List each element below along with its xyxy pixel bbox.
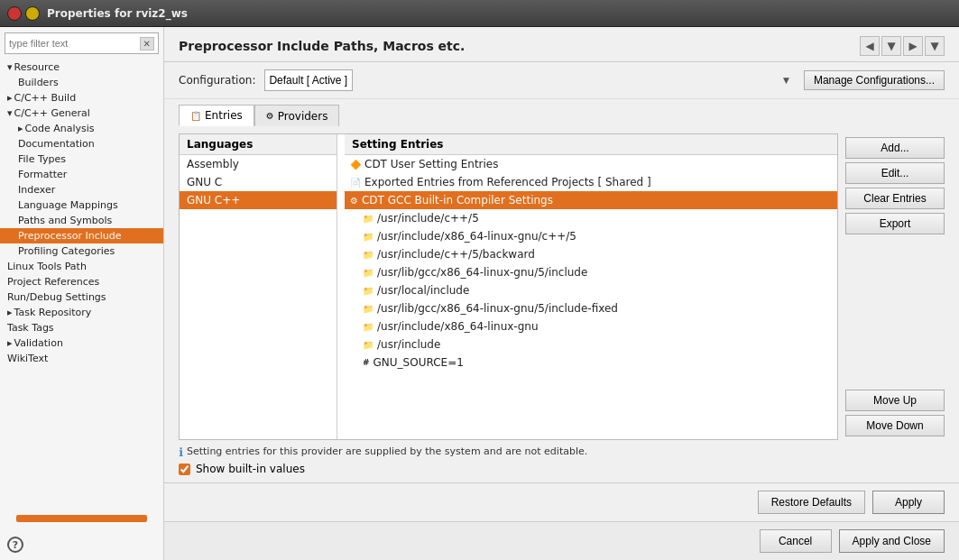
sidebar-accent-bar	[16, 515, 147, 522]
panel-header: Preprocessor Include Paths, Macros etc. …	[164, 27, 959, 62]
setting-item-path6[interactable]: 📁 /usr/lib/gcc/x86_64-linux-gnu/5/includ…	[345, 299, 837, 317]
sidebar-item-documentation[interactable]: Documentation	[0, 136, 163, 151]
nav-dropdown2-button[interactable]: ▼	[925, 36, 945, 56]
show-builtin-checkbox[interactable]	[179, 464, 190, 475]
tab-entries-label: Entries	[205, 109, 243, 122]
setting-icon: #	[363, 358, 370, 367]
nav-dropdown-button[interactable]: ▼	[881, 36, 901, 56]
panel-nav-icons: ◀ ▼ ▶ ▼	[860, 36, 945, 56]
sidebar-item-linux-tools-path[interactable]: Linux Tools Path	[0, 259, 163, 274]
sidebar-item-project-references[interactable]: Project References	[0, 274, 163, 289]
tab-providers[interactable]: ⚙ Providers	[254, 105, 340, 126]
bottom-bar: Restore Defaults Apply	[164, 482, 959, 521]
apply-and-close-button[interactable]: Apply and Close	[839, 529, 945, 553]
sidebar-item-paths-symbols[interactable]: Paths and Symbols	[0, 213, 163, 228]
setting-item-path5[interactable]: 📁 /usr/local/include	[345, 281, 837, 299]
setting-label: /usr/include/c++/5	[377, 212, 479, 225]
info-text: Setting entries for this provider are su…	[187, 445, 587, 457]
sidebar-item-validation[interactable]: ▸Validation	[0, 335, 163, 351]
sidebar-item-cpp-general[interactable]: ▾C/C++ General	[0, 106, 163, 121]
config-label: Configuration:	[179, 74, 255, 87]
show-builtin-label: Show built-in values	[196, 463, 305, 475]
nav-forward-button[interactable]: ▶	[903, 36, 923, 56]
config-select-wrapper: Default [ Active ]	[264, 69, 794, 91]
setting-icon: 📁	[363, 232, 373, 242]
sidebar-item-code-analysis[interactable]: ▸Code Analysis	[0, 121, 163, 136]
sidebar-item-language-mappings[interactable]: Language Mappings	[0, 197, 163, 213]
setting-item-cdt-gcc[interactable]: ⚙ CDT GCC Built-in Compiler Settings	[345, 191, 837, 209]
expand-icon: ▸	[18, 123, 23, 134]
sidebar-item-builders[interactable]: Builders	[0, 75, 163, 90]
sidebar-item-cpp-build[interactable]: ▸C/C++ Build	[0, 90, 163, 106]
window-title: Properties for rviz2_ws	[47, 7, 188, 20]
filter-clear-button[interactable]: ✕	[140, 37, 154, 50]
setting-icon: 📁	[363, 340, 373, 350]
sidebar-item-run-debug-settings[interactable]: Run/Debug Settings	[0, 289, 163, 305]
footer-bar: Cancel Apply and Close	[164, 521, 959, 560]
close-button[interactable]	[7, 6, 22, 21]
restore-defaults-button[interactable]: Restore Defaults	[758, 491, 865, 514]
setting-item-path7[interactable]: 📁 /usr/include/x86_64-linux-gnu	[345, 317, 837, 335]
manage-configurations-button[interactable]: Manage Configurations...	[804, 70, 945, 90]
setting-icon: 📁	[363, 304, 373, 314]
move-up-button[interactable]: Move Up	[845, 390, 945, 411]
setting-item-path4[interactable]: 📁 /usr/lib/gcc/x86_64-linux-gnu/5/includ…	[345, 263, 837, 281]
setting-item-path1[interactable]: 📁 /usr/include/c++/5	[345, 209, 837, 227]
edit-button[interactable]: Edit...	[845, 162, 945, 184]
setting-label: CDT GCC Built-in Compiler Settings	[362, 194, 553, 207]
minimize-button[interactable]	[25, 6, 40, 21]
setting-item-path8[interactable]: 📁 /usr/include	[345, 335, 837, 353]
setting-label: Exported Entries from Referenced Project…	[364, 176, 651, 188]
panel-title: Preprocessor Include Paths, Macros etc.	[179, 39, 465, 53]
expand-icon: ▾	[7, 61, 13, 73]
lang-item-gnucpp[interactable]: GNU C++	[180, 191, 337, 209]
setting-item-exported[interactable]: 📄 Exported Entries from Referenced Proje…	[345, 173, 837, 191]
help-button[interactable]: ?	[7, 537, 23, 553]
sidebar-item-file-types[interactable]: File Types	[0, 151, 163, 167]
entries-tab-icon: 📋	[190, 111, 201, 121]
setting-icon: 📁	[363, 286, 373, 296]
action-buttons-column: Add... Edit... Clear Entries Export Move…	[845, 133, 945, 440]
tabs-row: 📋 Entries ⚙ Providers	[164, 99, 959, 126]
filter-input[interactable]	[9, 38, 140, 49]
lang-item-assembly[interactable]: Assembly	[180, 155, 337, 173]
setting-label: /usr/include/x86_64-linux-gnu	[377, 320, 539, 333]
sidebar-item-resource[interactable]: ▾Resource	[0, 60, 163, 75]
setting-label: /usr/include	[377, 338, 440, 351]
export-button[interactable]: Export	[845, 213, 945, 234]
setting-label: /usr/include/x86_64-linux-gnu/c++/5	[377, 230, 576, 243]
cancel-button[interactable]: Cancel	[760, 529, 832, 553]
config-select[interactable]: Default [ Active ]	[264, 69, 353, 91]
setting-item-path3[interactable]: 📁 /usr/include/c++/5/backward	[345, 245, 837, 263]
clear-entries-button[interactable]: Clear Entries	[845, 188, 945, 209]
add-button[interactable]: Add...	[845, 137, 945, 159]
setting-item-path2[interactable]: 📁 /usr/include/x86_64-linux-gnu/c++/5	[345, 227, 837, 245]
setting-icon: 📁	[363, 268, 373, 278]
sidebar-item-preprocessor-include[interactable]: Preprocessor Include	[0, 228, 163, 243]
show-builtin-row: Show built-in values	[179, 461, 945, 482]
move-down-button[interactable]: Move Down	[845, 415, 945, 436]
apply-button[interactable]: Apply	[872, 491, 945, 514]
main-content: ✕ ▾Resource Builders ▸C/C++ Build ▾C/C++…	[0, 27, 959, 560]
sidebar-item-indexer[interactable]: Indexer	[0, 182, 163, 197]
help-area: ?	[0, 529, 163, 560]
title-bar: Properties for rviz2_ws	[0, 0, 959, 27]
expand-icon: ▸	[7, 307, 13, 318]
sidebar-item-profiling-categories[interactable]: Profiling Categories	[0, 243, 163, 259]
tab-entries[interactable]: 📋 Entries	[179, 105, 254, 126]
setting-item-cdt-user[interactable]: 🔶 CDT User Setting Entries	[345, 155, 837, 173]
providers-tab-icon: ⚙	[266, 111, 274, 121]
setting-item-path9[interactable]: # GNU_SOURCE=1	[345, 353, 837, 372]
info-row: ℹ Setting entries for this provider are …	[179, 440, 945, 461]
title-bar-controls	[7, 6, 40, 21]
lang-item-gnuc[interactable]: GNU C	[180, 173, 337, 191]
sidebar-item-task-tags[interactable]: Task Tags	[0, 320, 163, 335]
nav-back-button[interactable]: ◀	[860, 36, 880, 56]
sidebar-item-task-repository[interactable]: ▸Task Repository	[0, 305, 163, 320]
setting-label: /usr/include/c++/5/backward	[377, 248, 535, 261]
sidebar-item-formatter[interactable]: Formatter	[0, 167, 163, 182]
languages-header: Languages	[180, 134, 337, 155]
setting-icon: 📁	[363, 322, 373, 332]
sidebar-item-wikitext[interactable]: WikiText	[0, 351, 163, 366]
settings-header: Setting Entries	[345, 134, 837, 155]
